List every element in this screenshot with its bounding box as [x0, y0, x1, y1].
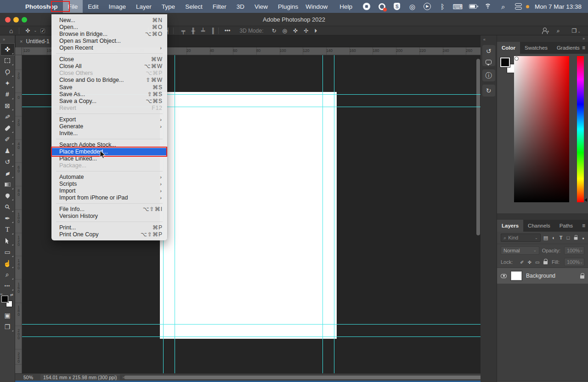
- type-filter-icon[interactable]: T: [560, 235, 563, 240]
- menubar-clock[interactable]: Mon 7 Mar 13:38: [535, 3, 582, 10]
- menubar-item-file[interactable]: File: [63, 0, 83, 13]
- file-menu-item-close-and-go-to-bridge[interactable]: Close and Go to Bridge...⇧⌘W: [51, 77, 167, 84]
- file-menu-item-version-history[interactable]: Version History: [51, 213, 167, 220]
- airdrop-icon[interactable]: ◎: [408, 3, 416, 11]
- pen-tool[interactable]: ✒: [1, 213, 14, 224]
- horizontal-scrollbar[interactable]: [124, 376, 487, 379]
- slide-3d-icon[interactable]: ✣: [304, 28, 308, 34]
- search-icon[interactable]: ⌕: [554, 28, 563, 34]
- wifi-icon[interactable]: [484, 3, 492, 11]
- clone-stamp-tool[interactable]: ♟: [1, 145, 14, 157]
- lasso-tool[interactable]: Ϙ: [1, 66, 14, 78]
- file-menu-item-print[interactable]: Print...⌘P: [51, 224, 167, 231]
- screen-mirroring-icon[interactable]: [378, 3, 386, 11]
- file-menu-item-save-as[interactable]: Save As...⇧⌘S: [51, 91, 167, 97]
- file-menu-item-open[interactable]: Open...⌘O: [51, 23, 167, 30]
- adjustment-filter-icon[interactable]: ◐: [552, 235, 555, 240]
- file-menu-item-new[interactable]: New...⌘N: [51, 17, 167, 23]
- filter-toggle-icon[interactable]: ●: [582, 235, 584, 240]
- file-menu-item-browse-in-bridge[interactable]: Browse in Bridge...⌥⌘O: [51, 30, 167, 37]
- lock-artboard-icon[interactable]: ▭: [535, 260, 539, 265]
- panel-menu-icon[interactable]: ≡: [582, 223, 585, 228]
- menubar-item-type[interactable]: Type: [157, 0, 180, 13]
- file-menu-item-place-linked[interactable]: Place Linked...: [51, 155, 167, 162]
- distribute-vcenter-icon[interactable]: ║: [211, 28, 215, 34]
- file-menu-item-automate[interactable]: Automate›: [51, 173, 167, 180]
- battery-charging-icon[interactable]: [469, 3, 477, 11]
- file-menu-item-import[interactable]: Import›: [51, 188, 167, 194]
- saturation-brightness-field[interactable]: [514, 56, 569, 202]
- expand-tools-icon[interactable]: »: [0, 35, 15, 44]
- tab-gradients[interactable]: Gradients: [552, 42, 584, 54]
- screen-mode-icon[interactable]: ❐: [1, 321, 14, 333]
- tab-color[interactable]: Color: [497, 42, 520, 54]
- file-menu-item-close[interactable]: Close⌘W: [51, 56, 167, 63]
- horizontal-guide[interactable]: [22, 336, 481, 337]
- orbit-3d-icon[interactable]: ↻: [271, 28, 276, 34]
- expand-panels-icon[interactable]: »: [582, 36, 585, 41]
- stop-circle-icon[interactable]: [363, 3, 371, 11]
- color-picker-marker[interactable]: [514, 57, 519, 61]
- lock-paint-icon[interactable]: ✐: [520, 260, 524, 265]
- menubar-item-select[interactable]: Select: [180, 0, 208, 13]
- eyedropper-tool[interactable]: ✎: [1, 111, 14, 123]
- search-icon[interactable]: ⌕: [499, 3, 507, 11]
- vertical-guide[interactable]: [334, 55, 334, 373]
- distribute-top-icon[interactable]: ╤: [181, 28, 186, 34]
- camera-3d-icon[interactable]: ⏵: [314, 28, 317, 34]
- panel-foreground-swatch[interactable]: [500, 57, 510, 67]
- quick-mask-icon[interactable]: ▣: [1, 310, 14, 321]
- lock-position-icon[interactable]: ✜: [528, 260, 531, 265]
- version-history-icon[interactable]: ↺: [486, 47, 492, 55]
- menubar-item-plugins[interactable]: Plugins: [273, 0, 303, 13]
- blend-mode-dropdown[interactable]: Normal ⌄: [501, 246, 539, 255]
- hand-tool[interactable]: ☝: [1, 258, 14, 269]
- rotate-view-icon[interactable]: ↻: [486, 86, 492, 95]
- vertical-scrollbar[interactable]: [476, 59, 480, 235]
- eraser-tool[interactable]: ▰: [1, 168, 14, 179]
- history-brush-tool[interactable]: ↺: [1, 156, 14, 168]
- menubar-item-layer[interactable]: Layer: [131, 0, 157, 13]
- collapse-dock-icon[interactable]: «: [481, 35, 497, 42]
- panel-menu-icon[interactable]: ≡: [582, 45, 585, 51]
- crop-tool[interactable]: #: [1, 89, 14, 100]
- info-icon[interactable]: ⓘ: [486, 71, 492, 80]
- tab-paths[interactable]: Paths: [555, 220, 577, 232]
- panel-fg-bg-colors[interactable]: [500, 57, 516, 73]
- layer-locked-icon[interactable]: [580, 275, 584, 279]
- file-menu-item-scripts[interactable]: Scripts›: [51, 181, 167, 188]
- menubar-item-photoshop[interactable]: Photoshop: [20, 0, 63, 13]
- distribute-hcenter-icon[interactable]: ╫: [191, 28, 195, 34]
- default-colors-icon[interactable]: ▪▫: [0, 292, 3, 296]
- menubar-item-filter[interactable]: Filter: [208, 0, 232, 13]
- file-menu-item-print-one-copy[interactable]: Print One Copy⌥⇧⌘P: [51, 231, 167, 238]
- chevron-down-icon[interactable]: ⌄: [34, 29, 37, 33]
- home-icon[interactable]: ⌂: [6, 28, 16, 34]
- play-circle-icon[interactable]: ▶: [424, 3, 431, 11]
- file-menu-item-generate[interactable]: Generate›: [51, 123, 167, 130]
- smart-filter-icon[interactable]: [574, 235, 578, 241]
- swap-colors-icon[interactable]: ⇄: [10, 293, 13, 297]
- file-menu-item-save[interactable]: Save⌘S: [51, 84, 167, 91]
- lock-all-icon[interactable]: [543, 259, 548, 265]
- magic-wand-tool[interactable]: ✦: [1, 78, 14, 89]
- keyboard-icon[interactable]: ⌨: [454, 3, 462, 11]
- brush-tool[interactable]: ✐: [1, 134, 14, 145]
- menubar-item-view[interactable]: View: [249, 0, 273, 13]
- tab-swatches[interactable]: Swatches: [520, 42, 552, 54]
- shield-s-icon[interactable]: S: [393, 3, 401, 11]
- path-select-tool[interactable]: [1, 235, 14, 247]
- vertical-guide[interactable]: [322, 55, 323, 373]
- zoom-tool[interactable]: ⌕: [1, 269, 14, 280]
- opacity-dropdown[interactable]: 100% ⌄: [564, 246, 584, 255]
- zoom-level[interactable]: 50%: [23, 375, 33, 380]
- foreground-background-colors[interactable]: ▪▫ ⇄: [1, 295, 13, 307]
- more-options-icon[interactable]: •••: [222, 28, 233, 34]
- file-menu-item-invite[interactable]: Invite...: [51, 130, 167, 137]
- menubar-item-edit[interactable]: Edit: [83, 0, 103, 13]
- layer-filter-kind-dropdown[interactable]: ⌕ Kind ⌄: [501, 234, 541, 242]
- file-menu-item-file-info[interactable]: File Info...⌥⇧⌘I: [51, 205, 167, 212]
- comments-icon[interactable]: [486, 60, 492, 64]
- vertical-guide[interactable]: [175, 55, 175, 373]
- file-menu-item-import-from-iphone-or-ipad[interactable]: Import from iPhone or iPad›: [51, 194, 167, 201]
